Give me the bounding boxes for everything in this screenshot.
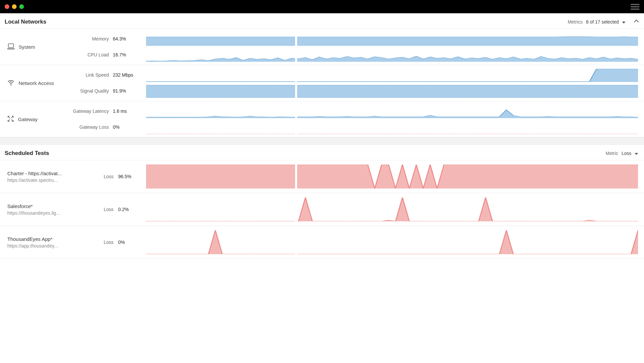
test-metric-value: 0.2% [118, 207, 138, 212]
test-row-charter[interactable]: Charter - https://activat... https://act… [0, 160, 644, 193]
svg-point-5 [10, 84, 11, 85]
window-titlebar [0, 0, 644, 13]
sparkline-gwlatency[interactable] [146, 104, 638, 118]
metrics-selector-value: 8 of 17 selected [586, 19, 619, 25]
category-row-network: Network Access Link Speed 232 Mbps Signa… [0, 65, 644, 101]
category-name-network: Network Access [19, 80, 54, 86]
svg-rect-0 [8, 44, 14, 47]
scheduled-tests-title: Scheduled Tests [5, 150, 49, 157]
metric-value-cpu: 16.7% [113, 52, 141, 57]
collapse-panel-button[interactable] [634, 20, 639, 24]
test-url: https://app.thousandey... [7, 243, 97, 249]
laptop-icon [7, 43, 15, 50]
test-metric-selector[interactable]: Loss [622, 151, 638, 156]
test-name: Charter - https://activat... [7, 171, 97, 176]
close-window-button[interactable] [5, 4, 9, 9]
sparkline-gwloss[interactable] [146, 120, 638, 134]
test-metric-value: Loss [622, 151, 632, 156]
metric-value-signal: 91.9% [113, 88, 141, 94]
sparkline-linkspeed[interactable] [146, 68, 638, 82]
caret-down-icon [622, 22, 625, 24]
traffic-lights [5, 4, 24, 9]
caret-down-icon [635, 153, 638, 155]
maximize-window-button[interactable] [19, 4, 24, 9]
test-url: https://thousandeyes.lig... [7, 210, 97, 216]
sparkline-signal[interactable] [146, 84, 638, 98]
test-metric-value: 0% [118, 240, 138, 245]
metric-name-memory: Memory [66, 36, 113, 41]
category-name-system: System [19, 44, 35, 50]
test-metric-name: Loss [97, 240, 114, 245]
panel-divider [0, 137, 644, 145]
sparkline-memory[interactable] [146, 32, 638, 46]
test-row-salesforce[interactable]: Salesforce* https://thousandeyes.lig... … [0, 193, 644, 226]
gateway-icon [7, 115, 14, 123]
metric-name-cpu: CPU Load [66, 52, 113, 57]
metric-name-linkspeed: Link Speed [66, 72, 113, 78]
metric-name-signal: Signal Quality [66, 88, 113, 94]
test-metric-value: 96.5% [118, 174, 138, 179]
category-row-gateway: Gateway Gateway Latency 1.6 ms Gateway L… [0, 101, 644, 137]
test-row-thousandeyes[interactable]: ThousandEyes App* https://app.thousandey… [0, 226, 644, 259]
wifi-icon [7, 80, 15, 87]
test-metric-name: Loss [97, 174, 114, 179]
test-metric-name: Loss [97, 207, 114, 212]
test-name: ThousandEyes App* [7, 236, 97, 242]
sparkline-charter-loss[interactable] [146, 165, 638, 188]
metric-value-linkspeed: 232 Mbps [113, 72, 141, 78]
sparkline-salesforce-loss[interactable] [146, 197, 638, 221]
category-name-gateway: Gateway [18, 116, 38, 122]
metrics-selector[interactable]: 8 of 17 selected [586, 19, 625, 25]
metric-value-gwlatency: 1.6 ms [113, 109, 141, 114]
test-metric-label: Metric [605, 151, 618, 156]
metric-value-memory: 64.3% [113, 36, 141, 41]
scheduled-tests-header: Scheduled Tests Metric Loss [0, 145, 644, 160]
metric-name-gwloss: Gateway Loss [66, 124, 113, 130]
local-networks-title: Local Networks [5, 19, 46, 25]
metrics-selector-label: Metrics [568, 19, 583, 25]
local-networks-header: Local Networks Metrics 8 of 17 selected [0, 13, 644, 29]
sparkline-cpu[interactable] [146, 48, 638, 62]
test-name: Salesforce* [7, 203, 97, 209]
metric-name-gwlatency: Gateway Latency [66, 109, 113, 114]
hamburger-menu-button[interactable] [631, 4, 639, 10]
test-url: https://activate.spectru... [7, 178, 97, 183]
minimize-window-button[interactable] [12, 4, 17, 9]
category-row-system: System Memory 64.3% CPU Load 16.7% [0, 29, 644, 65]
sparkline-thousandeyes-loss[interactable] [146, 230, 638, 254]
metric-value-gwloss: 0% [113, 124, 141, 130]
